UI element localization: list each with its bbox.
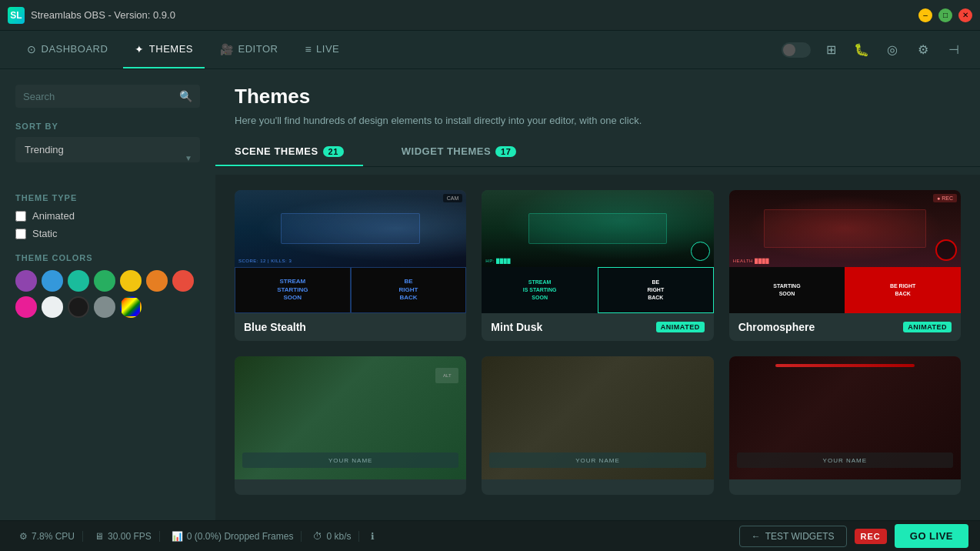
theme-toggle[interactable] — [782, 42, 811, 58]
live-icon: ≡ — [305, 43, 312, 55]
tab-scene-themes[interactable]: SCENE THEMES 21 — [215, 138, 363, 166]
chromo-brb-screen: BE RIGHTBACK — [845, 267, 961, 313]
nav-tab-editor[interactable]: 🎥 EDITOR — [208, 31, 289, 68]
bandwidth-icon: ⏱ — [313, 531, 322, 542]
theme-type-label: THEME TYPE — [15, 193, 200, 202]
maximize-button[interactable]: □ — [938, 8, 952, 22]
color-yellow[interactable] — [120, 270, 142, 292]
theme-card-image-6: YOUR NAME — [729, 356, 961, 479]
bandwidth-status: ⏱ 0 kb/s — [305, 531, 359, 542]
theme-card-blue-stealth[interactable]: CAM SCORE: 12 | KILLS: 3 STREAMSTARTINGS… — [235, 190, 466, 341]
static-checkbox-item[interactable]: Static — [15, 228, 200, 239]
theme-card-4[interactable]: YOUR NAME ALT — [235, 356, 466, 495]
scene-themes-label: SCENE THEMES — [235, 145, 318, 157]
fps-status: 🖥 30.00 FPS — [87, 531, 160, 542]
collapse-icon[interactable]: ⊣ — [943, 39, 965, 61]
cpu-icon: ⚙ — [19, 531, 28, 542]
theme-card-image-chromosphere: ● REC HEALTH ████ STARTINGSOON BE RIGHTB… — [729, 190, 961, 313]
rec-badge: REC — [855, 529, 887, 544]
fps-icon: 🖥 — [95, 531, 104, 542]
theme5-name-bar: YOUR NAME — [489, 452, 705, 468]
theme4-name-bar: YOUR NAME — [242, 452, 458, 468]
theme-card-6[interactable]: YOUR NAME — [729, 356, 961, 495]
scene-themes-count: 21 — [323, 146, 344, 157]
blue-stealth-name: Blue Stealth — [244, 321, 306, 333]
theme-card-image-mint-dusk: HP: ████ STREAMIS STARTINGSOON BERIGHTBA… — [482, 190, 713, 313]
search-input[interactable] — [23, 91, 173, 102]
layout-icon[interactable]: ⊞ — [820, 39, 842, 61]
static-label: Static — [32, 228, 58, 239]
discord-icon[interactable]: ◎ — [882, 39, 903, 61]
dropped-icon: 📊 — [172, 531, 183, 542]
test-widgets-button[interactable]: ← TEST WIDGETS — [739, 526, 847, 547]
mint-dusk-info: Mint Dusk ANIMATED — [482, 313, 713, 341]
color-gray[interactable] — [94, 296, 115, 318]
sort-by-label: SORT BY — [15, 122, 200, 131]
nav-tabs: ⊙ DASHBOARD ✦ THEMES 🎥 EDITOR ≡ LIVE — [15, 31, 351, 68]
color-teal[interactable] — [68, 270, 89, 292]
blue-stealth-brb-screen: BERIGHTBACK — [351, 267, 467, 313]
themes-icon: ✦ — [135, 43, 145, 55]
color-black[interactable] — [68, 296, 89, 318]
sort-select-wrapper: Trending Newest Most Popular — [15, 137, 200, 178]
dropped-status: 📊 0 (0.0%) Dropped Frames — [164, 531, 302, 542]
dropped-value: 0 (0.0%) Dropped Frames — [187, 531, 294, 542]
tab-widget-themes[interactable]: WIDGET THEMES 17 — [382, 138, 536, 166]
color-orange[interactable] — [146, 270, 168, 292]
theme6-info — [729, 479, 961, 495]
test-widgets-label: TEST WIDGETS — [765, 531, 835, 542]
titlebar: SL Streamlabs OBS - Version: 0.9.0 – □ ✕ — [0, 0, 980, 31]
widget-themes-count: 17 — [495, 146, 516, 157]
color-red[interactable] — [172, 270, 194, 292]
themes-grid: CAM SCORE: 12 | KILLS: 3 STREAMSTARTINGS… — [215, 175, 980, 520]
colors-label: THEME COLORS — [15, 253, 200, 262]
nav-tab-live-label: LIVE — [316, 43, 339, 55]
theme-card-5[interactable]: YOUR NAME — [482, 356, 713, 495]
color-green[interactable] — [94, 270, 115, 292]
animated-checkbox[interactable] — [15, 211, 26, 222]
minimize-button[interactable]: – — [918, 8, 932, 22]
fps-value: 30.00 FPS — [108, 531, 152, 542]
nav-right: ⊞ 🐛 ◎ ⚙ ⊣ — [782, 39, 965, 61]
animated-label: Animated — [32, 210, 75, 222]
theme-card-mint-dusk[interactable]: HP: ████ STREAMIS STARTINGSOON BERIGHTBA… — [482, 190, 713, 341]
cpu-value: 7.8% CPU — [32, 531, 75, 542]
info-status[interactable]: ℹ — [363, 531, 382, 542]
chromo-start-screen: STARTINGSOON — [729, 267, 845, 313]
color-purple[interactable] — [15, 270, 37, 292]
color-white[interactable] — [42, 296, 63, 318]
status-right: ← TEST WIDGETS REC GO LIVE — [739, 524, 968, 548]
color-rainbow[interactable] — [120, 296, 142, 318]
page-title: Themes — [235, 85, 961, 109]
color-blue[interactable] — [42, 270, 63, 292]
page-subtitle: Here you'll find hundreds of design elem… — [235, 115, 961, 126]
sort-select[interactable]: Trending Newest Most Popular — [15, 137, 200, 162]
mint-dusk-start-screen: STREAMIS STARTINGSOON — [482, 267, 598, 313]
titlebar-left: SL Streamlabs OBS - Version: 0.9.0 — [8, 7, 175, 24]
mint-dusk-name: Mint Dusk — [491, 321, 542, 333]
cpu-status: ⚙ 7.8% CPU — [12, 531, 83, 542]
settings-icon[interactable]: ⚙ — [912, 39, 934, 61]
test-widgets-arrow: ← — [752, 531, 761, 542]
dashboard-icon: ⊙ — [27, 43, 37, 55]
mint-dusk-animated-badge: ANIMATED — [656, 322, 705, 332]
theme6-name-bar: YOUR NAME — [737, 452, 953, 468]
chromosphere-name: Chromosphere — [738, 321, 815, 333]
bandwidth-value: 0 kb/s — [326, 531, 351, 542]
static-checkbox[interactable] — [15, 229, 26, 239]
main-panel: Themes Here you'll find hundreds of desi… — [215, 69, 980, 520]
titlebar-title: Streamlabs OBS - Version: 0.9.0 — [31, 9, 175, 21]
animated-checkbox-item[interactable]: Animated — [15, 210, 200, 222]
color-pink[interactable] — [15, 296, 37, 318]
theme4-info — [235, 479, 466, 495]
editor-icon: 🎥 — [220, 43, 234, 55]
nav-tab-live[interactable]: ≡ LIVE — [293, 31, 351, 68]
nav-tab-themes[interactable]: ✦ THEMES — [123, 31, 205, 68]
close-button[interactable]: ✕ — [958, 8, 972, 22]
go-live-button[interactable]: GO LIVE — [895, 524, 968, 548]
theme-card-image-5: YOUR NAME — [482, 356, 713, 479]
info-icon: ℹ — [371, 531, 375, 542]
nav-tab-dashboard[interactable]: ⊙ DASHBOARD — [15, 31, 119, 68]
bug-icon[interactable]: 🐛 — [851, 39, 872, 61]
theme-card-chromosphere[interactable]: ● REC HEALTH ████ STARTINGSOON BE RIGHTB… — [729, 190, 961, 341]
